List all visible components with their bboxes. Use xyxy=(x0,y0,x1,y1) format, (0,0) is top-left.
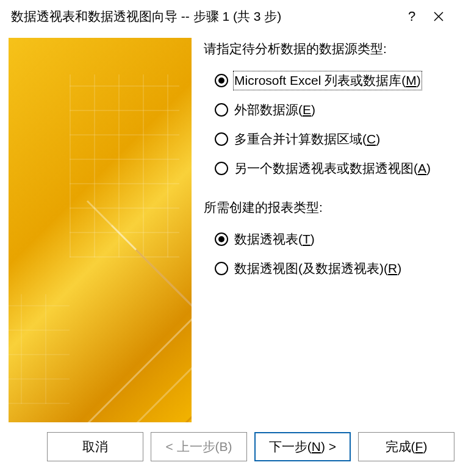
source-type-group: 请指定待分析数据的数据源类型: Microsoft Excel 列表或数据库(M… xyxy=(204,40,451,183)
radio-label: Microsoft Excel 列表或数据库(M) xyxy=(234,72,421,89)
radio-pivot-table[interactable]: 数据透视表(T) xyxy=(204,225,451,254)
dialog-title: 数据透视表和数据透视图向导 -- 步骤 1 (共 3 步) xyxy=(11,8,398,25)
report-type-group: 所需创建的报表类型: 数据透视表(T) 数据透视图(及数据透视表)(R) xyxy=(204,199,451,283)
radio-icon xyxy=(215,262,228,275)
back-button[interactable]: < 上一步(B) xyxy=(151,432,247,461)
radio-another-pivot[interactable]: 另一个数据透视表或数据透视图(A) xyxy=(204,154,451,183)
button-bar: 取消 < 上一步(B) 下一步(N) > 完成(F) xyxy=(0,424,463,461)
radio-label: 外部数据源(E) xyxy=(234,101,315,118)
radio-icon xyxy=(215,233,228,246)
radio-external-data[interactable]: 外部数据源(E) xyxy=(204,95,451,124)
radio-label: 多重合并计算数据区域(C) xyxy=(234,131,380,148)
radio-label: 另一个数据透视表或数据透视图(A) xyxy=(234,160,431,177)
content-area: 请指定待分析数据的数据源类型: Microsoft Excel 列表或数据库(M… xyxy=(0,33,463,424)
report-type-label: 所需创建的报表类型: xyxy=(204,199,451,216)
radio-icon xyxy=(215,74,228,87)
options-panel: 请指定待分析数据的数据源类型: Microsoft Excel 列表或数据库(M… xyxy=(192,38,454,424)
radio-icon xyxy=(215,162,228,175)
help-button[interactable]: ? xyxy=(398,7,425,26)
finish-button[interactable]: 完成(F) xyxy=(358,432,454,461)
radio-label: 数据透视表(T) xyxy=(234,231,315,248)
radio-icon xyxy=(215,132,228,146)
radio-icon xyxy=(215,103,228,117)
wizard-graphic xyxy=(9,38,192,422)
titlebar: 数据透视表和数据透视图向导 -- 步骤 1 (共 3 步) ? xyxy=(0,0,463,33)
next-button[interactable]: 下一步(N) > xyxy=(254,432,351,461)
radio-multiple-consolidation[interactable]: 多重合并计算数据区域(C) xyxy=(204,124,451,154)
close-icon xyxy=(433,11,444,22)
radio-excel-list[interactable]: Microsoft Excel 列表或数据库(M) xyxy=(204,66,451,95)
radio-pivot-chart[interactable]: 数据透视图(及数据透视表)(R) xyxy=(204,254,451,283)
source-type-label: 请指定待分析数据的数据源类型: xyxy=(204,40,451,57)
radio-label: 数据透视图(及数据透视表)(R) xyxy=(234,260,401,277)
cancel-button[interactable]: 取消 xyxy=(47,432,143,461)
close-button[interactable] xyxy=(425,7,452,26)
